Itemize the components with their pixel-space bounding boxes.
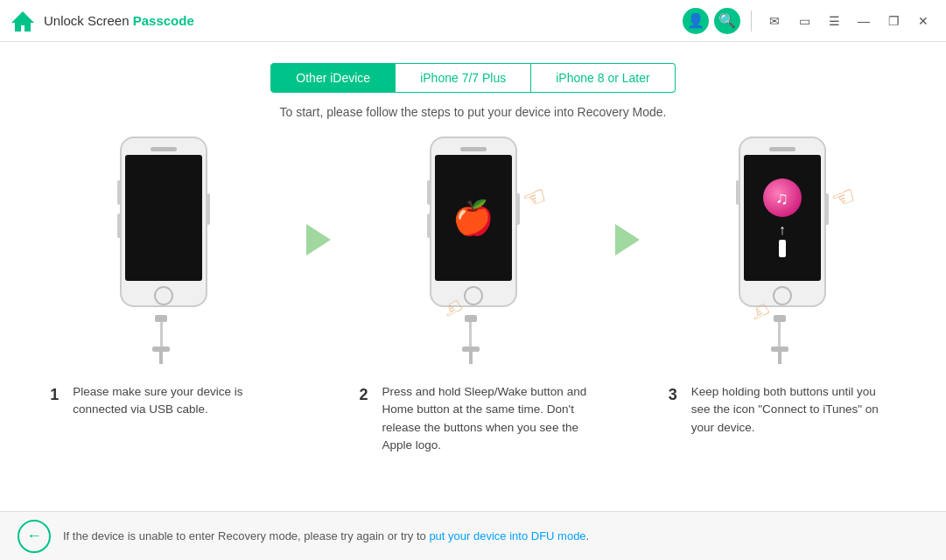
dfu-mode-link[interactable]: put your device into DFU mode: [429, 529, 585, 542]
usb-cable-2: [462, 315, 480, 364]
step-2-phone: ☞ 🍎 ☞: [417, 136, 530, 329]
tab-iphone7[interactable]: iPhone 7/7 Plus: [396, 63, 531, 93]
phone-speaker-2: [460, 147, 487, 151]
search-user-icon[interactable]: 🔍: [714, 8, 740, 34]
finger-right-icon: ☞: [517, 178, 550, 215]
step-1-col: 1 Please make sure your device is connec…: [35, 136, 292, 419]
step-1-text: Please make sure your device is connecte…: [73, 383, 277, 419]
arrow-right-2: [615, 224, 640, 256]
step-3-col: ☞ ♫ ↑ ☞: [654, 136, 911, 437]
tab-other-idevice[interactable]: Other iDevice: [270, 63, 396, 93]
connect-arrow-up: ↑: [779, 222, 786, 238]
step-1-desc: 1 Please make sure your device is connec…: [50, 383, 277, 419]
app-title: Unlock Screen Passcode: [44, 13, 683, 28]
phone-body-2: 🍎: [430, 136, 517, 307]
cable-tail-2: [469, 352, 473, 364]
arrow-right-1: [306, 224, 331, 256]
bottom-text-before: If the device is unable to enter Recover…: [63, 529, 429, 542]
cable-connector: [155, 315, 167, 322]
arrow-2: [602, 224, 654, 256]
step-3-phone: ☞ ♫ ↑ ☞: [725, 136, 839, 329]
step-1-phone: [107, 136, 221, 329]
usb-cable-3: [771, 315, 788, 364]
arrow-1: [292, 224, 344, 256]
tab-iphone8[interactable]: iPhone 8 or Later: [531, 63, 675, 93]
back-arrow-icon: ←: [26, 527, 42, 545]
phone-speaker: [151, 147, 177, 151]
bottom-info-text: If the device is unable to enter Recover…: [63, 529, 589, 542]
step-2-num: 2: [360, 383, 375, 407]
cable-line-2: [469, 322, 472, 346]
cable-line-3: [778, 322, 781, 346]
itunes-screen: ♫ ↑: [763, 155, 802, 281]
separator: [751, 10, 752, 32]
step-3-num: 3: [669, 383, 684, 407]
comment-icon[interactable]: ▭: [792, 9, 816, 33]
bottom-text-end: .: [586, 529, 590, 542]
step-3-text: Keep holding both buttons until you see …: [691, 383, 896, 437]
step-2-text: Press and hold Sleep/Wake button and Hom…: [382, 383, 587, 454]
title-bar: Unlock Screen Passcode 👤 🔍 ✉ ▭ ☰ — ❐ ✕: [0, 0, 946, 42]
phone-home-3: [773, 286, 792, 305]
phone-home-btn: [154, 286, 173, 305]
phone-screen-1: [125, 155, 202, 281]
minimize-button[interactable]: —: [851, 9, 876, 33]
usb-cable-1: [152, 315, 170, 364]
menu-icon[interactable]: ☰: [822, 9, 846, 33]
bottom-bar: ← If the device is unable to enter Recov…: [0, 511, 946, 560]
back-button[interactable]: ←: [18, 520, 51, 553]
maximize-button[interactable]: ❐: [881, 9, 906, 33]
title-bar-actions: 👤 🔍 ✉ ▭ ☰ — ❐ ✕: [683, 8, 935, 34]
user-icon[interactable]: 👤: [683, 8, 709, 34]
cable-tail-3: [778, 352, 781, 364]
step-1-num: 1: [50, 383, 66, 407]
cable-line: [160, 322, 163, 346]
svg-marker-0: [11, 11, 34, 32]
phone-screen-2: 🍎: [435, 155, 512, 281]
recovery-mode-subtitle: To start, please follow the steps to put…: [0, 105, 946, 119]
mail-icon[interactable]: ✉: [762, 9, 787, 33]
phone-body-3: ♫ ↑: [739, 136, 826, 307]
itunes-icon: ♫: [763, 178, 802, 217]
step-2-col: ☞ 🍎 ☞ 2 Press and hold: [344, 136, 601, 454]
cable-tail: [159, 352, 163, 364]
app-logo: [11, 9, 35, 33]
phone-speaker-3: [769, 147, 795, 151]
step-2-desc: 2 Press and hold Sleep/Wake button and H…: [360, 383, 587, 454]
phone-body-1: [120, 136, 207, 307]
step-3-desc: 3 Keep holding both buttons until you se…: [669, 383, 896, 437]
phone-home-2: [464, 286, 483, 305]
phone-screen-3: ♫ ↑: [744, 155, 821, 281]
connect-cable: [779, 240, 786, 257]
finger-right-3-icon: ☞: [827, 178, 859, 215]
tabs-container: Other iDevice iPhone 7/7 Plus iPhone 8 o…: [0, 63, 946, 93]
steps-area: 1 Please make sure your device is connec…: [0, 136, 946, 454]
apple-logo-icon: 🍎: [452, 201, 494, 234]
close-button[interactable]: ✕: [911, 9, 935, 33]
